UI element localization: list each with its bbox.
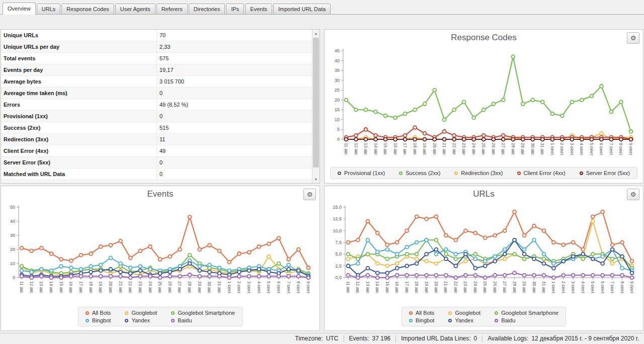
- svg-text:6 сент.: 6 сент.: [276, 281, 281, 294]
- panel-title: Events: [147, 189, 174, 199]
- legend-marker-icon: [125, 311, 128, 315]
- status-item-timezone: Timezone:UTC: [290, 335, 343, 342]
- svg-text:30 авг.: 30 авг.: [207, 281, 212, 294]
- chart-settings-button[interactable]: ⚙: [627, 32, 639, 44]
- svg-text:21 авг.: 21 авг.: [443, 281, 448, 294]
- svg-text:19 авг.: 19 авг.: [98, 281, 103, 294]
- svg-text:7,5: 7,5: [335, 240, 342, 245]
- svg-text:27 авг.: 27 авг.: [501, 143, 506, 155]
- svg-text:0,0: 0,0: [335, 275, 342, 280]
- svg-text:45: 45: [334, 48, 339, 53]
- arrow-down-icon: ▼: [314, 178, 318, 181]
- legend-item-server-error-5xx: Server Error (5xx): [580, 170, 630, 176]
- legend-marker-icon: [171, 311, 175, 315]
- stat-value: 19,17: [156, 64, 312, 75]
- events-panel: Events ⚙ 0102030405011 авг.12 авг.13 авг…: [1, 186, 320, 331]
- svg-text:11 авг.: 11 авг.: [344, 143, 349, 155]
- stat-value: 3 015 700: [156, 76, 312, 87]
- svg-text:23 авг.: 23 авг.: [461, 143, 466, 155]
- tab-response-codes[interactable]: Response Codes: [61, 4, 114, 15]
- panel-title: URLs: [473, 189, 495, 199]
- svg-text:15 авг.: 15 авг.: [383, 143, 388, 155]
- legend-label: Bingbot: [416, 317, 434, 323]
- stat-label: Total events: [1, 55, 156, 61]
- svg-text:31 авг.: 31 авг.: [540, 143, 545, 155]
- svg-text:13 авг.: 13 авг.: [363, 143, 368, 155]
- chart-settings-button[interactable]: ⚙: [627, 189, 639, 200]
- tab-overview[interactable]: Overview: [3, 3, 36, 15]
- tab-referers[interactable]: Referers: [156, 4, 188, 15]
- svg-text:1 сент.: 1 сент.: [549, 143, 554, 156]
- svg-text:16 авг.: 16 авг.: [392, 143, 397, 155]
- legend-item-bingbot: Bingbot: [86, 317, 111, 323]
- stat-label: Provisional (1xx): [1, 113, 156, 119]
- tab-events[interactable]: Events: [245, 4, 272, 15]
- svg-text:23 авг.: 23 авг.: [137, 281, 142, 294]
- legend-marker-icon: [86, 311, 89, 315]
- legend-item-googlebot-smartphone: Googlebot Smartphone: [495, 310, 558, 316]
- svg-text:40: 40: [334, 58, 339, 63]
- svg-text:4 сент.: 4 сент.: [580, 281, 585, 294]
- tab-user-agents[interactable]: User Agents: [115, 4, 155, 15]
- table-row: Redirection (3xx)11: [1, 134, 312, 145]
- status-bar-items: Timezone:UTCEvents:37 196Imported URL Da…: [290, 335, 644, 342]
- stat-value: 515: [156, 122, 312, 133]
- svg-text:2,5: 2,5: [335, 264, 342, 269]
- chart-settings-button[interactable]: ⚙: [303, 189, 316, 200]
- svg-text:22 авг.: 22 авг.: [451, 143, 456, 155]
- svg-text:8 сент.: 8 сент.: [618, 143, 623, 156]
- svg-text:12 авг.: 12 авг.: [353, 143, 358, 155]
- tab-urls[interactable]: URLs: [37, 4, 61, 15]
- svg-text:12 авг.: 12 авг.: [29, 281, 34, 294]
- status-value: 37 196: [372, 335, 391, 342]
- stat-value: 49: [156, 145, 312, 156]
- legend-item-bingbot: Bingbot: [409, 317, 434, 323]
- svg-text:23 авг.: 23 авг.: [463, 281, 468, 294]
- svg-text:31 авг.: 31 авг.: [217, 281, 222, 294]
- svg-text:9 сент.: 9 сент.: [306, 281, 311, 294]
- stat-label: Server Error (5xx): [1, 159, 156, 165]
- gear-icon: ⚙: [630, 191, 636, 198]
- legend-item-yandex: Yandex: [448, 317, 480, 323]
- status-item-imported-url-data-lines: Imported URL Data Lines:0: [395, 335, 482, 342]
- stat-label: Matched with URL Data: [1, 171, 156, 177]
- legend-marker-icon: [86, 319, 89, 322]
- stat-value: 0: [156, 88, 312, 99]
- svg-text:1 сент.: 1 сент.: [551, 281, 556, 294]
- svg-text:2 сент.: 2 сент.: [560, 281, 566, 294]
- stat-value: 2,33: [156, 41, 312, 52]
- svg-text:5 сент.: 5 сент.: [589, 143, 594, 156]
- urls-header: URLs ⚙: [325, 186, 643, 202]
- scroll-down-button[interactable]: ▼: [312, 176, 319, 183]
- table-row: Errors49 (8,52 %): [1, 99, 312, 111]
- legend-label: All Bots: [92, 310, 111, 316]
- svg-text:11 авг.: 11 авг.: [346, 281, 351, 294]
- svg-text:8 сент.: 8 сент.: [296, 281, 301, 294]
- svg-text:1 сент.: 1 сент.: [226, 281, 231, 294]
- svg-text:16 авг.: 16 авг.: [68, 281, 73, 294]
- svg-text:40: 40: [10, 219, 15, 224]
- status-value: 12 декабря 2015 г. - 9 сентября 2020 г.: [531, 335, 639, 342]
- tab-imported-url-data[interactable]: Imported URL Data: [273, 4, 331, 15]
- svg-text:8 сент.: 8 сент.: [619, 281, 624, 294]
- svg-text:30 авг.: 30 авг.: [531, 281, 536, 294]
- table-row: Total events575: [1, 53, 312, 64]
- table-row: Provisional (1xx)0: [1, 111, 312, 122]
- scroll-up-button[interactable]: ▲: [312, 30, 319, 37]
- svg-text:30 авг.: 30 авг.: [530, 143, 535, 155]
- status-item-events: Events:37 196: [344, 335, 396, 342]
- svg-text:5,0: 5,0: [335, 251, 342, 256]
- stat-label: Client Error (4xx): [1, 148, 156, 154]
- response-codes-panel: Response Codes ⚙ 05101520253035404511 ав…: [324, 29, 643, 184]
- tab-directories[interactable]: Directories: [189, 4, 225, 15]
- svg-text:20 авг.: 20 авг.: [434, 281, 439, 294]
- svg-text:26 авг.: 26 авг.: [167, 281, 172, 294]
- scroll-thumb[interactable]: [313, 38, 319, 167]
- svg-text:27 авг.: 27 авг.: [502, 281, 507, 294]
- tab-ips[interactable]: IPs: [226, 4, 244, 15]
- svg-text:13 авг.: 13 авг.: [365, 281, 370, 294]
- svg-text:0: 0: [12, 275, 15, 280]
- stats-scrollbar[interactable]: ▲ ▼: [312, 30, 319, 183]
- svg-text:3 сент.: 3 сент.: [569, 143, 574, 156]
- events-chart: 0102030405011 авг.12 авг.13 авг.14 авг.1…: [4, 202, 317, 303]
